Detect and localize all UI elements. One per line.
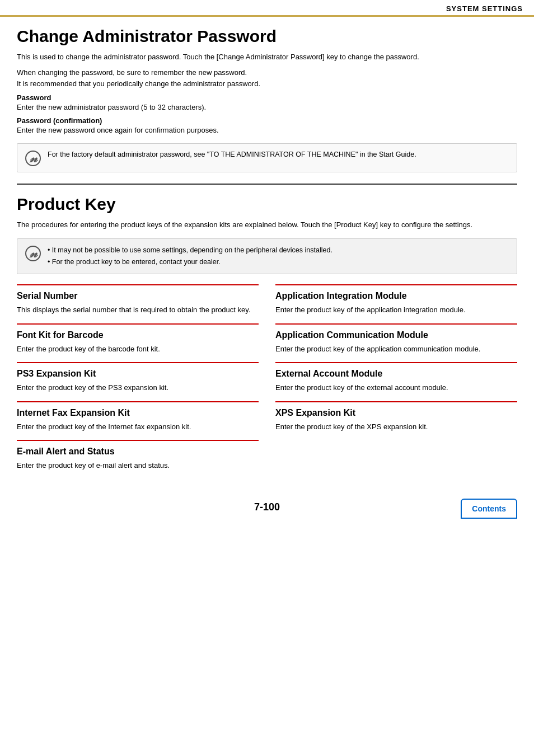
email-alert-title: E-mail Alert and Status xyxy=(17,447,259,457)
right-column: Application Integration Module Enter the… xyxy=(275,284,517,479)
product-section-desc: The procedures for entering the product … xyxy=(17,219,517,231)
left-column: Serial Number This displays the serial n… xyxy=(17,284,259,479)
font-kit-barcode-title: Font Kit for Barcode xyxy=(17,330,259,340)
admin-section-title: Change Administrator Password xyxy=(17,27,517,46)
page-footer: 7-100 Contents xyxy=(17,501,517,519)
xps-expansion-title: XPS Expansion Kit xyxy=(275,408,517,418)
product-key-section: Product Key The procedures for entering … xyxy=(17,185,517,485)
external-account-subsection: External Account Module Enter the produc… xyxy=(275,362,517,401)
xps-expansion-subsection: XPS Expansion Kit Enter the product key … xyxy=(275,401,517,440)
app-integration-subsection: Application Integration Module Enter the… xyxy=(275,284,517,323)
internet-fax-subsection: Internet Fax Expansion Kit Enter the pro… xyxy=(17,401,259,440)
xps-expansion-desc: Enter the product key of the XPS expansi… xyxy=(275,421,517,433)
ps3-expansion-subsection: PS3 Expansion Kit Enter the product key … xyxy=(17,362,259,401)
product-subsections-grid: Serial Number This displays the serial n… xyxy=(17,284,517,479)
password-desc: Enter the new administrator password (5 … xyxy=(17,102,517,113)
app-integration-title: Application Integration Module xyxy=(275,291,517,301)
external-account-desc: Enter the product key of the external ac… xyxy=(275,382,517,393)
product-note-icon: 𝓃 xyxy=(25,246,41,261)
serial-number-subsection: Serial Number This displays the serial n… xyxy=(17,284,259,323)
ps3-expansion-title: PS3 Expansion Kit xyxy=(17,369,259,379)
font-kit-barcode-desc: Enter the product key of the barcode fon… xyxy=(17,344,259,355)
font-kit-barcode-subsection: Font Kit for Barcode Enter the product k… xyxy=(17,323,259,363)
serial-number-title: Serial Number xyxy=(17,291,259,301)
password-label: Password xyxy=(17,93,517,102)
app-communication-title: Application Communication Module xyxy=(275,330,517,340)
note-icon: 𝓃 xyxy=(25,151,41,166)
internet-fax-title: Internet Fax Expansion Kit xyxy=(17,408,259,418)
product-note2: • For the product key to be entered, con… xyxy=(48,256,332,268)
product-note1: • It may not be possible to use some set… xyxy=(48,245,332,256)
page-header: SYSTEM SETTINGS xyxy=(0,0,534,17)
product-section-title: Product Key xyxy=(17,195,517,214)
admin-desc2: When changing the password, be sure to r… xyxy=(17,67,517,91)
admin-note-box: 𝓃 For the factory default administrator … xyxy=(17,143,517,172)
email-alert-subsection: E-mail Alert and Status Enter the produc… xyxy=(17,440,259,479)
password-confirm-desc: Enter the new password once again for co… xyxy=(17,125,517,136)
contents-button[interactable]: Contents xyxy=(461,499,517,519)
admin-desc1: This is used to change the administrator… xyxy=(17,51,517,63)
email-alert-desc: Enter the product key of e-mail alert an… xyxy=(17,460,259,471)
app-communication-desc: Enter the product key of the application… xyxy=(275,344,517,355)
external-account-title: External Account Module xyxy=(275,369,517,379)
app-integration-desc: Enter the product key of the application… xyxy=(275,304,517,316)
app-communication-subsection: Application Communication Module Enter t… xyxy=(275,323,517,363)
page-number: 7-100 xyxy=(17,501,517,513)
system-settings-label: SYSTEM SETTINGS xyxy=(446,4,523,13)
product-note-box: 𝓃 • It may not be possible to use some s… xyxy=(17,238,517,275)
admin-note-text: For the factory default administrator pa… xyxy=(48,149,416,160)
ps3-expansion-desc: Enter the product key of the PS3 expansi… xyxy=(17,382,259,393)
serial-number-desc: This displays the serial number that is … xyxy=(17,304,259,316)
internet-fax-desc: Enter the product key of the Internet fa… xyxy=(17,421,259,433)
admin-password-section: Change Administrator Password This is us… xyxy=(17,17,517,185)
product-notes: • It may not be possible to use some set… xyxy=(48,245,332,269)
password-confirm-label: Password (confirmation) xyxy=(17,116,517,125)
